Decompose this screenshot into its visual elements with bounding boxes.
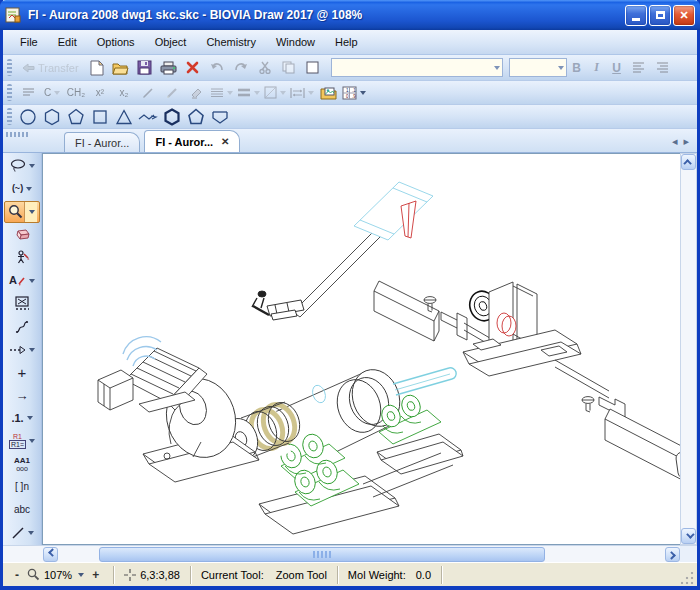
tab-close-icon[interactable]: ✕ (221, 136, 229, 147)
scroll-up-button[interactable] (681, 154, 696, 170)
resize-grip[interactable] (681, 572, 695, 586)
cut-button[interactable] (253, 57, 277, 79)
rgroup-tool[interactable]: R1 R1= (4, 430, 40, 452)
chain-bond-button[interactable] (136, 106, 160, 128)
hexagon-ring-button[interactable] (40, 106, 64, 128)
frame-box-button[interactable] (301, 57, 325, 79)
tab-scroll-left-icon[interactable]: ◂ (672, 135, 678, 148)
insert-graphic-button[interactable] (316, 82, 340, 104)
text-tool-label: abc (14, 505, 30, 515)
lasso-select-tool[interactable] (4, 155, 40, 177)
chevron-down-icon[interactable] (78, 573, 84, 577)
template-tool[interactable] (4, 293, 40, 315)
zoom-tool-active[interactable] (4, 201, 40, 223)
reaction-plus-tool[interactable]: + (4, 362, 40, 384)
menu-help[interactable]: Help (326, 33, 367, 51)
vertical-scrollbar[interactable] (680, 153, 697, 545)
scroll-right-button[interactable] (665, 547, 680, 562)
highlight-button[interactable] (184, 82, 208, 104)
bond-tool[interactable] (4, 522, 40, 544)
flexible-match-tool[interactable]: (~) (4, 178, 40, 200)
cyclobutane-ring-button[interactable] (88, 106, 112, 128)
toolbar-grip[interactable] (7, 84, 12, 100)
zoom-tool-dropdown[interactable] (24, 202, 37, 222)
cyclohexane-ring-button[interactable] (16, 106, 40, 128)
new-document-button[interactable] (85, 57, 109, 79)
drawing-canvas[interactable] (42, 153, 680, 545)
menu-options[interactable]: Options (88, 33, 144, 51)
menu-object[interactable]: Object (146, 33, 196, 51)
mol-weight-panel: Mol Weight: 0.0 (342, 569, 437, 581)
toolbar-grip[interactable] (7, 108, 12, 124)
sequence-tool[interactable]: AA1 ooo (4, 453, 40, 475)
circle-ring-icon (19, 108, 37, 126)
eraser-tool[interactable] (4, 224, 40, 246)
print-button[interactable] (157, 57, 181, 79)
minimize-button[interactable] (625, 5, 647, 26)
atom-numbering-tool[interactable]: .1. (4, 407, 40, 429)
pencil-icon (166, 87, 178, 99)
italic-button[interactable]: I (587, 60, 607, 75)
font-name-combobox[interactable] (331, 58, 503, 77)
maximize-button[interactable] (649, 5, 671, 26)
bracket-tool[interactable]: [ ]n (4, 476, 40, 498)
menu-edit[interactable]: Edit (49, 33, 86, 51)
ch2-button[interactable]: CH₂ (64, 82, 88, 104)
pentagon-ring-button[interactable] (64, 106, 88, 128)
save-icon (137, 60, 152, 75)
spacing-button[interactable] (288, 82, 316, 104)
align-right-button[interactable] (651, 57, 675, 79)
toolbar-grip[interactable] (6, 132, 28, 137)
atom-symbol-button[interactable]: C (40, 82, 64, 104)
superscript-button[interactable]: x² (88, 82, 112, 104)
horizontal-scrollbar[interactable] (3, 545, 697, 562)
horizontal-scroll-track[interactable] (59, 547, 664, 562)
app-window: FI - Aurora 2008 dwg1 skc.skc - BIOVIA D… (0, 0, 700, 590)
chevron-down-icon (360, 91, 366, 95)
font-size-combobox[interactable] (509, 58, 567, 77)
align-left-button[interactable] (627, 57, 651, 79)
cyclopropane-ring-button[interactable] (112, 106, 136, 128)
underline-button[interactable]: U (607, 61, 627, 75)
red-pen-icon (18, 276, 26, 286)
zoom-in-button[interactable]: + (88, 568, 103, 582)
tab-document-1[interactable]: FI - Auror... (64, 132, 140, 152)
pen-color-button[interactable] (136, 82, 160, 104)
statusbar-separator (113, 566, 114, 584)
clean-structure-tool[interactable] (4, 247, 40, 269)
redo-button[interactable] (229, 57, 253, 79)
tab-scroll-right-icon[interactable]: ▸ (683, 135, 689, 148)
fill-style-button[interactable] (262, 82, 288, 104)
reaction-arrow-tool[interactable]: → (4, 384, 40, 406)
horizontal-scroll-thumb[interactable] (99, 547, 545, 562)
scroll-left-button[interactable] (43, 547, 58, 562)
hatch-style-button[interactable] (208, 82, 235, 104)
menu-chemistry[interactable]: Chemistry (197, 33, 265, 51)
save-button[interactable] (133, 57, 157, 79)
delete-button[interactable] (181, 57, 205, 79)
tab-document-2[interactable]: FI - Auror... ✕ (144, 130, 240, 152)
scroll-down-button[interactable] (681, 528, 696, 544)
line-width-button[interactable] (235, 82, 262, 104)
align-structures-button[interactable] (16, 82, 40, 104)
transfer-button[interactable]: Transfer (16, 57, 85, 79)
undo-button[interactable] (205, 57, 229, 79)
menu-file[interactable]: File (11, 33, 47, 51)
open-button[interactable] (109, 57, 133, 79)
subscript-button[interactable]: x₂ (112, 82, 136, 104)
text-tool[interactable]: abc (4, 499, 40, 521)
aromatic-ring-button[interactable] (160, 106, 184, 128)
bold-button[interactable]: B (567, 61, 587, 75)
menu-window[interactable]: Window (267, 33, 324, 51)
zoom-out-button[interactable]: - (11, 568, 23, 582)
dashed-arrow-tool[interactable] (4, 339, 40, 361)
atom-text-tool[interactable]: A (4, 270, 40, 292)
copy-button[interactable] (277, 57, 301, 79)
toolbar-grip[interactable] (7, 59, 12, 77)
close-button[interactable]: ✕ (673, 5, 695, 26)
chain-tool[interactable] (4, 316, 40, 338)
open-ring-button[interactable] (208, 106, 232, 128)
cyclopentadiene-button[interactable] (184, 106, 208, 128)
pencil-button[interactable] (160, 82, 184, 104)
precision-display-button[interactable]: 1.1 0.9 (340, 82, 368, 104)
